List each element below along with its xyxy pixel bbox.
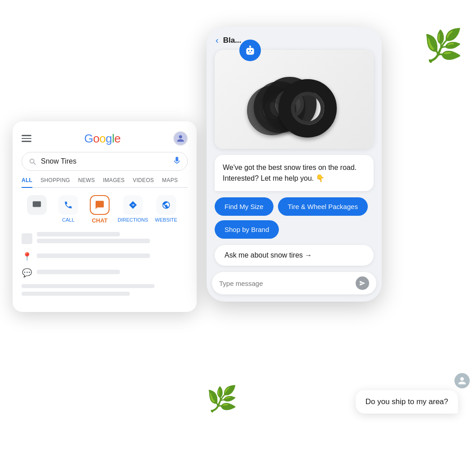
chat-title: Bla... [223,36,242,45]
quick-reply-find-size[interactable]: Find My Size [215,197,273,216]
bot-message-bubble: We've got the best snow tires on the roa… [215,155,374,191]
quick-reply-brand[interactable]: Shop by Brand [215,220,279,239]
call-label: CALL [62,217,75,223]
user-message-bubble: Do you ship to my area? [356,390,458,414]
message-input[interactable] [219,280,351,287]
website-label: WEBSITE [155,217,177,223]
hamburger-menu[interactable] [22,135,31,142]
send-button[interactable] [356,276,369,290]
user-avatar-ship [454,373,470,388]
chat-header: ‹ Bla... [207,27,382,50]
google-logo: Google [84,132,121,146]
robot-icon [239,40,261,61]
svg-rect-0 [33,201,41,207]
tab-videos[interactable]: VIDEOS [133,177,154,187]
tree-decoration-bottom: 🌿 [207,384,238,414]
user-message-text: Do you ship to my area? [366,397,448,406]
listing-row-2: 📍 [22,252,188,262]
quick-replies: Find My Size Tire & Wheel Packages Shop … [212,197,376,239]
quick-reply-packages[interactable]: Tire & Wheel Packages [278,197,368,216]
chat-panel: ‹ Bla... We've got the best snow tires o… [207,27,382,302]
ask-pill[interactable]: Ask me about snow tires → [215,245,374,266]
tire-stack-image [249,57,339,142]
user-avatar[interactable] [173,131,188,146]
tree-decoration-top-right: 🌿 [423,27,463,64]
directions-label: DIRECTIONS [118,217,148,223]
website-action-button[interactable]: WEBSITE [153,195,180,223]
mic-icon[interactable] [173,156,181,166]
search-icon [28,157,36,165]
chat-action-button[interactable]: CHAT [86,195,113,224]
search-bar[interactable]: Snow Tires [22,152,188,171]
action-buttons-row: CALL CHAT DIRECTIONS WEBSITE [22,195,188,224]
tab-maps[interactable]: MAPS [162,177,178,187]
listing-row-3: 💬 [22,268,188,278]
back-button[interactable]: ‹ [216,35,219,45]
tab-images[interactable]: IMAGES [103,177,124,187]
tire-1 [278,79,337,138]
search-tabs: ALL SHOPPING NEWS IMAGES VIDEOS MAPS [22,177,188,188]
google-topbar: Google [22,131,188,146]
tire-image-area [215,50,374,149]
search-query: Snow Tires [41,157,168,165]
ask-pill-text: Ask me about snow tires → [225,251,312,259]
call-action-button[interactable]: CALL [55,195,82,223]
directions-action-button[interactable]: DIRECTIONS [118,195,148,223]
message-input-bar[interactable] [212,272,376,294]
tab-news[interactable]: NEWS [78,177,95,187]
chat-label: CHAT [92,217,107,224]
listing-row-1 [22,232,188,245]
tire-image-bubble [215,50,374,149]
action-placeholder [23,195,50,215]
tab-all[interactable]: ALL [22,177,32,188]
tab-shopping[interactable]: SHOPPING [40,177,70,187]
bottom-placeholder-lines [22,284,188,296]
google-search-card: Google Snow Tires ALL SHOPPING NEWS IMAG… [13,121,197,312]
chat-body: We've got the best snow tires on the roa… [207,50,382,270]
